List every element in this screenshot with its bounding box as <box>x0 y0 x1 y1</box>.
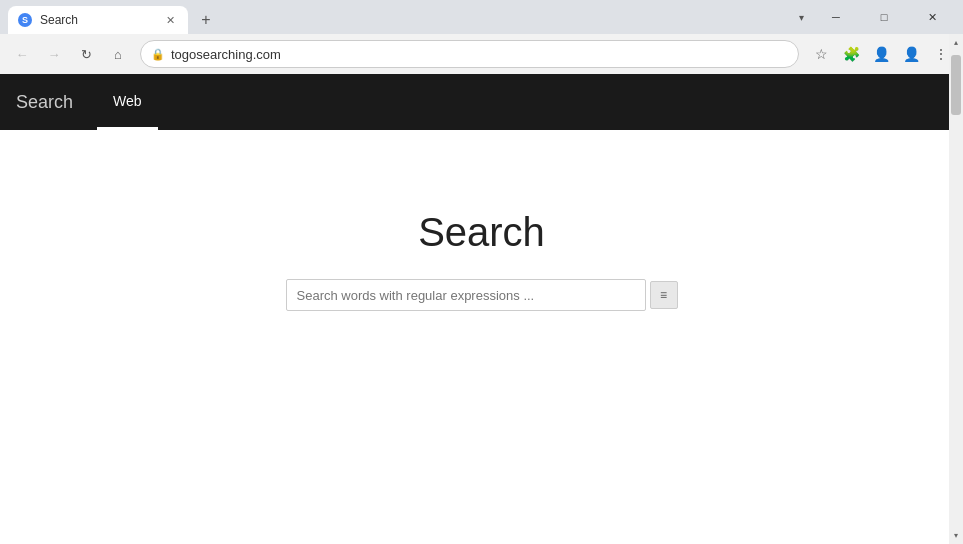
omnibox[interactable]: 🔒 togosearching.com <box>140 40 799 68</box>
lock-icon: 🔒 <box>151 48 165 61</box>
new-tab-button[interactable]: + <box>192 6 220 34</box>
tab-scroll-down[interactable]: ▾ <box>793 1 809 33</box>
tab-favicon: S <box>18 13 32 27</box>
active-tab[interactable]: S Search ✕ <box>8 6 188 34</box>
site-logo: Search <box>16 92 73 113</box>
nav-tab-web[interactable]: Web <box>97 74 158 130</box>
address-bar: ← → ↻ ⌂ 🔒 togosearching.com ☆ 🧩 👤 👤 ⋮ <box>0 34 963 74</box>
site-content: Search ≡ <box>0 130 963 544</box>
window-controls: ─ □ ✕ <box>813 1 955 33</box>
tab-strip: S Search ✕ + <box>8 0 789 34</box>
search-form: ≡ <box>286 279 678 311</box>
scrollbar-down-button[interactable]: ▾ <box>949 527 963 544</box>
toolbar-icons: ☆ 🧩 👤 👤 ⋮ <box>807 40 955 68</box>
site-navbar: Search Web <box>0 74 963 130</box>
account-icon[interactable]: 👤 <box>897 40 925 68</box>
tab-title: Search <box>40 13 154 27</box>
scrollbar-track: ▴ ▾ <box>949 34 963 544</box>
page-heading: Search <box>418 210 545 255</box>
forward-button[interactable]: → <box>40 40 68 68</box>
tab-close-button[interactable]: ✕ <box>162 12 178 28</box>
maximize-button[interactable]: □ <box>861 1 907 33</box>
close-button[interactable]: ✕ <box>909 1 955 33</box>
title-bar: S Search ✕ + ▾ ─ □ ✕ <box>0 0 963 34</box>
extensions-icon[interactable]: 🧩 <box>837 40 865 68</box>
reload-button[interactable]: ↻ <box>72 40 100 68</box>
search-input[interactable] <box>286 279 646 311</box>
scrollbar-up-button[interactable]: ▴ <box>949 34 963 51</box>
home-button[interactable]: ⌂ <box>104 40 132 68</box>
search-button[interactable]: ≡ <box>650 281 678 309</box>
url-display: togosearching.com <box>171 47 788 62</box>
search-icon: ≡ <box>660 288 667 302</box>
minimize-button[interactable]: ─ <box>813 1 859 33</box>
back-button[interactable]: ← <box>8 40 36 68</box>
bookmark-star-icon[interactable]: ☆ <box>807 40 835 68</box>
scrollbar-thumb[interactable] <box>951 55 961 115</box>
profile-icon[interactable]: 👤 <box>867 40 895 68</box>
